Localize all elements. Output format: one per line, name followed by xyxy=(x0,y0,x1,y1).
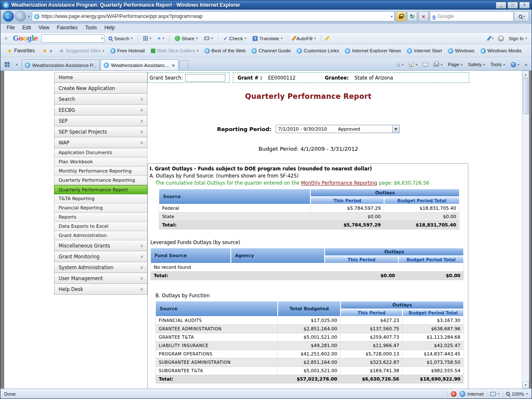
favorites-item-web-slice-gallery[interactable]: Web Slice Gallery▾ xyxy=(148,46,201,55)
sidebar-item-help-desk[interactable]: Help Desk∨ xyxy=(54,284,147,295)
back-button[interactable]: ← xyxy=(3,11,14,22)
scroll-up-button[interactable]: ▲ xyxy=(522,71,529,78)
translate-button[interactable]: TTranslate▾ xyxy=(251,35,285,42)
spellcheck-button[interactable]: ✓Check▾ xyxy=(221,34,248,43)
sign-in-button[interactable]: Sign In▾ xyxy=(506,35,529,42)
add-gadget-button[interactable]: +▾ xyxy=(155,34,166,43)
read-mail-button[interactable] xyxy=(421,62,430,68)
favorites-item-windows-media[interactable]: eWindows Media xyxy=(478,46,524,55)
page-menu[interactable]: Page▾ xyxy=(446,61,465,68)
highlighter-button[interactable] xyxy=(324,34,330,42)
select-dropdown-icon[interactable]: ▼ xyxy=(392,125,399,133)
monthly-performance-reporting-link[interactable]: Monthly Performance Reporting xyxy=(301,180,377,186)
help-button[interactable]: ?▾ xyxy=(509,61,522,69)
col-header-this-period[interactable]: This Period xyxy=(310,197,384,204)
stop-button[interactable]: × xyxy=(418,11,429,21)
vertical-scrollbar[interactable]: ▲ ▼ xyxy=(522,71,529,389)
toolbar-search-dropdown[interactable]: ▾ xyxy=(101,36,103,40)
sidebar-item-quarterly-performance-report-selected[interactable]: Quarterly Performance Report xyxy=(54,185,147,194)
sidebar-item-wap[interactable]: WAP∧ xyxy=(54,137,147,148)
toolbar-settings-button[interactable]: ▾ xyxy=(486,34,496,42)
sidebar-item-create-new-application[interactable]: Create New Application xyxy=(54,83,147,94)
search-go-button[interactable]: ▾ xyxy=(515,11,529,21)
sidebar-item-sep-special-projects[interactable]: SEP Special Projects∨ xyxy=(54,126,147,137)
sidebar-item-financial-reporting[interactable]: Financial Reporting xyxy=(54,203,147,213)
sidebar-item-miscellaneous-grants[interactable]: Miscellaneous Grants∨ xyxy=(54,240,147,251)
favorites-item-ie-news[interactable]: eInternet Explorer News xyxy=(342,46,403,55)
sidebar-item-user-management[interactable]: User Management∨ xyxy=(54,273,147,284)
reporting-period-select[interactable]: 7/1/2010 - 9/30/2010 Approved ▼ xyxy=(276,125,400,133)
new-tab-button[interactable] xyxy=(179,60,189,70)
close-button[interactable]: × xyxy=(519,2,530,9)
scrollbar-thumb[interactable] xyxy=(523,78,529,114)
sidebar-item-reports[interactable]: Reports xyxy=(54,213,147,222)
command-overflow-button[interactable]: » xyxy=(523,61,529,68)
col-header-this-period[interactable]: This Period xyxy=(325,256,398,263)
sidebar-item-home[interactable]: Home xyxy=(54,72,147,83)
feeds-button[interactable]: ▾ xyxy=(407,61,419,68)
instant-search-field[interactable]: g Google xyxy=(430,11,514,21)
sidebar-item-system-administration[interactable]: System Administration∨ xyxy=(54,262,147,273)
toolbar-search-button[interactable]: Search▾ xyxy=(106,35,134,42)
minimize-button[interactable]: _ xyxy=(496,2,506,9)
sidebar-item-eecbg[interactable]: EECBG∨ xyxy=(54,105,147,116)
search-options-dropdown[interactable]: ▾ xyxy=(523,15,525,18)
sidebar-item-plan-workbook[interactable]: Plan Workbook xyxy=(54,157,147,167)
tools-menu[interactable]: Tools▾ xyxy=(488,61,507,68)
menu-tools[interactable]: Tools xyxy=(81,23,101,32)
bookmarks-grid-button[interactable]: ▾ xyxy=(141,35,153,42)
home-button[interactable]: ⌂▾ xyxy=(395,60,405,69)
favorites-item-free-hotmail[interactable]: eFree Hotmail xyxy=(108,46,147,55)
menu-view[interactable]: View xyxy=(35,23,53,32)
sidebar-item-quarterly-performance-reporting[interactable]: Quarterly Performance Reporting xyxy=(54,176,147,185)
favorites-item-suggested-sites[interactable]: ★Suggested Sites▾ xyxy=(57,46,106,55)
grant-search-input[interactable] xyxy=(185,74,225,82)
tab-close-icon[interactable]: × xyxy=(171,63,176,68)
protected-mode-button[interactable]: ▾ xyxy=(490,392,500,396)
favorites-item-internet-start[interactable]: eInternet Start xyxy=(404,46,444,55)
security-lock-button[interactable] xyxy=(396,11,406,21)
autofill-button[interactable]: AutoFill▾ xyxy=(291,34,318,42)
sidebar-item-data-exports-to-excel[interactable]: Data Exports to Excel xyxy=(54,222,147,231)
toolbar-close-icon[interactable]: × xyxy=(3,36,9,41)
col-header-budget-period-total[interactable]: Budget Period Total xyxy=(403,309,464,317)
favorites-item-customize-links[interactable]: eCustomize Links xyxy=(294,46,341,55)
zoom-control[interactable]: 100% ▾ xyxy=(506,391,528,396)
sidebar-item-monthly-performance-reporting[interactable]: Monthly Performance Reporting xyxy=(54,167,147,176)
refresh-button[interactable]: ↻ xyxy=(407,11,417,21)
sidebar-item-application-documents[interactable]: Application Documents xyxy=(54,148,147,157)
forward-button[interactable]: → xyxy=(15,11,26,22)
tab-list-dropdown[interactable]: ▾ xyxy=(12,60,21,69)
sidebar-item-grant-administration[interactable]: Grant Administration xyxy=(54,231,147,240)
favorites-item-channel-guide[interactable]: eChannel Guide xyxy=(249,46,293,55)
scroll-down-button[interactable]: ▼ xyxy=(522,381,529,389)
share-button[interactable]: →Share▾ xyxy=(173,34,200,42)
menu-favorites[interactable]: Favorites xyxy=(53,23,81,32)
menu-file[interactable]: File xyxy=(3,23,18,32)
error-badge-icon[interactable]: × xyxy=(451,391,457,397)
tab-1[interactable]: eWeatherization Assistance P... xyxy=(22,59,100,70)
sidebar-item-sep[interactable]: SEP∨ xyxy=(54,116,147,126)
col-header-budget-period-total[interactable]: Budget Period Total xyxy=(398,256,464,263)
sidebar-item-tta-reporting[interactable]: T&TA Reporting xyxy=(54,194,147,203)
col-header-this-period[interactable]: This Period xyxy=(341,309,403,317)
quick-tabs-button[interactable] xyxy=(3,60,12,69)
menu-help[interactable]: Help xyxy=(101,23,119,32)
menu-edit[interactable]: Edit xyxy=(18,23,35,32)
favorites-item-windows[interactable]: eWindows xyxy=(445,46,477,55)
sidebar-item-search[interactable]: Search∨ xyxy=(54,94,147,105)
col-header-budget-period-total[interactable]: Budget Period Total xyxy=(384,197,460,204)
favorites-item-best-of-the-web[interactable]: eBest of the Web xyxy=(202,46,248,55)
photos-button[interactable]: ▾ xyxy=(202,35,215,41)
safety-menu[interactable]: Safety▾ xyxy=(466,61,487,68)
favorites-button[interactable]: ★Favorites xyxy=(4,46,38,55)
scrollbar-track[interactable] xyxy=(522,78,529,381)
maximize-button[interactable]: □ xyxy=(507,2,518,9)
url-field[interactable]: e https://www.page.energy.gov/WAP/Perfor… xyxy=(32,11,395,21)
add-favorite-button[interactable]: ★+ xyxy=(39,46,56,56)
sidebar-item-grant-monitoring[interactable]: Grant Monitoring∨ xyxy=(54,251,147,262)
google-logo[interactable]: Google xyxy=(11,34,39,42)
print-button[interactable]: ▾ xyxy=(431,62,444,68)
toolbar-search-input[interactable]: ▾ xyxy=(41,34,104,43)
url-history-dropdown[interactable]: ▾ xyxy=(390,15,393,18)
